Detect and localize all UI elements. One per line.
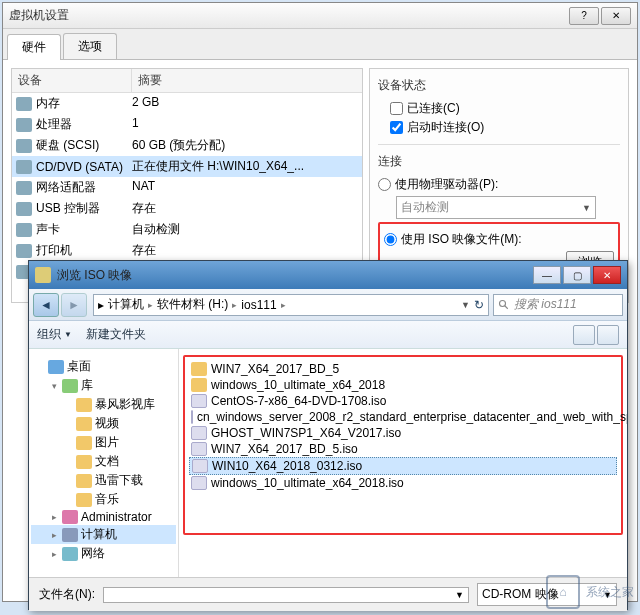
search-input[interactable]: 搜索 ios111: [493, 294, 623, 316]
organize-menu[interactable]: 组织▼: [37, 326, 72, 343]
device-icon: [16, 97, 32, 111]
folder-icon: [62, 379, 78, 393]
filename-label: 文件名(N):: [39, 586, 95, 603]
folder-tree: 桌面▾库暴风影视库视频图片文档迅雷下载音乐▸Administrator▸计算机▸…: [29, 349, 179, 577]
folder-icon: [191, 362, 207, 376]
help-button[interactable]: [597, 325, 619, 345]
file-row[interactable]: GHOST_WIN7SP1_X64_V2017.iso: [189, 425, 617, 441]
help-button[interactable]: ?: [569, 7, 599, 25]
device-icon: [16, 118, 32, 132]
folder-icon: [76, 474, 92, 488]
file-row[interactable]: cn_windows_server_2008_r2_standard_enter…: [189, 409, 617, 425]
tree-node[interactable]: 文档: [31, 452, 176, 471]
view-mode-button[interactable]: [573, 325, 595, 345]
iso-file-icon: [192, 459, 208, 473]
close-button[interactable]: ✕: [601, 7, 631, 25]
maximize-button[interactable]: ▢: [563, 266, 591, 284]
refresh-icon[interactable]: ↻: [474, 298, 484, 312]
folder-icon: [76, 398, 92, 412]
use-iso-radio[interactable]: 使用 ISO 映像文件(M):: [384, 231, 614, 248]
tabs: 硬件 选项: [3, 29, 637, 60]
device-row[interactable]: USB 控制器存在: [12, 198, 362, 219]
file-row[interactable]: WIN10_X64_2018_0312.iso: [189, 457, 617, 475]
device-icon: [16, 139, 32, 153]
device-row[interactable]: 处理器1: [12, 114, 362, 135]
col-device: 设备: [12, 69, 132, 92]
device-row[interactable]: 声卡自动检测: [12, 219, 362, 240]
file-row[interactable]: windows_10_ultimate_x64_2018: [189, 377, 617, 393]
device-icon: [16, 160, 32, 174]
dialog-title: 浏览 ISO 映像: [57, 267, 132, 284]
tree-node[interactable]: 暴风影视库: [31, 395, 176, 414]
device-icon: [16, 202, 32, 216]
chevron-down-icon: ▼: [455, 590, 464, 600]
folder-icon: [48, 360, 64, 374]
tree-node[interactable]: 音乐: [31, 490, 176, 509]
back-button[interactable]: ◄: [33, 293, 59, 317]
iso-file-icon: [191, 394, 207, 408]
file-row[interactable]: windows_10_ultimate_x64_2018.iso: [189, 475, 617, 491]
iso-file-icon: [191, 426, 207, 440]
tree-node[interactable]: ▾库: [31, 376, 176, 395]
tab-hardware[interactable]: 硬件: [7, 34, 61, 60]
breadcrumb[interactable]: 计算机: [108, 296, 157, 313]
address-bar[interactable]: ▸ 计算机 软件材料 (H:) ios111 ▼ ↻: [93, 294, 489, 316]
chevron-down-icon: ▼: [603, 590, 612, 600]
chevron-down-icon: ▼: [461, 300, 470, 310]
iso-file-icon: [191, 410, 193, 424]
physical-drive-combo[interactable]: 自动检测▼: [396, 196, 596, 219]
tab-options[interactable]: 选项: [63, 33, 117, 59]
folder-icon: [191, 378, 207, 392]
col-summary: 摘要: [132, 69, 168, 92]
status-group-title: 设备状态: [378, 77, 620, 94]
tree-node[interactable]: 图片: [31, 433, 176, 452]
minimize-button[interactable]: —: [533, 266, 561, 284]
connected-checkbox[interactable]: 已连接(C): [390, 100, 620, 117]
folder-icon: [76, 493, 92, 507]
device-row[interactable]: 内存2 GB: [12, 93, 362, 114]
tree-node[interactable]: ▸网络: [31, 544, 176, 563]
forward-button[interactable]: ►: [61, 293, 87, 317]
new-folder-button[interactable]: 新建文件夹: [86, 326, 146, 343]
folder-icon: [62, 528, 78, 542]
device-row[interactable]: 硬盘 (SCSI)60 GB (预先分配): [12, 135, 362, 156]
dialog-close-button[interactable]: ✕: [593, 266, 621, 284]
connect-on-checkbox[interactable]: 启动时连接(O): [390, 119, 620, 136]
file-list: WIN7_X64_2017_BD_5windows_10_ultimate_x6…: [179, 349, 627, 577]
tree-node[interactable]: 迅雷下载: [31, 471, 176, 490]
chevron-down-icon: ▼: [582, 203, 591, 213]
iso-file-icon: [191, 442, 207, 456]
tree-node[interactable]: ▸Administrator: [31, 509, 176, 525]
device-row[interactable]: 网络适配器NAT: [12, 177, 362, 198]
settings-title: 虚拟机设置: [9, 7, 567, 24]
folder-icon: [62, 547, 78, 561]
tree-node[interactable]: 视频: [31, 414, 176, 433]
filetype-combo[interactable]: CD-ROM 映像▼: [477, 583, 617, 606]
device-row[interactable]: CD/DVD (SATA)正在使用文件 H:\WIN10_X64_...: [12, 156, 362, 177]
tree-node[interactable]: 桌面: [31, 357, 176, 376]
dialog-icon: [35, 267, 51, 283]
svg-line-1: [505, 305, 508, 308]
breadcrumb[interactable]: 软件材料 (H:): [157, 296, 241, 313]
filename-input[interactable]: ▼: [103, 587, 469, 603]
connection-group-title: 连接: [378, 153, 620, 170]
file-row[interactable]: WIN7_X64_2017_BD_5: [189, 361, 617, 377]
breadcrumb[interactable]: ios111: [241, 298, 289, 312]
folder-icon: [76, 436, 92, 450]
device-row[interactable]: 打印机存在: [12, 240, 362, 261]
file-row[interactable]: CentOS-7-x86_64-DVD-1708.iso: [189, 393, 617, 409]
device-icon: [16, 223, 32, 237]
folder-icon: [62, 510, 78, 524]
file-row[interactable]: WIN7_X64_2017_BD_5.iso: [189, 441, 617, 457]
device-icon: [16, 244, 32, 258]
folder-icon: [76, 455, 92, 469]
tree-node[interactable]: ▸计算机: [31, 525, 176, 544]
svg-point-0: [500, 300, 506, 306]
iso-file-icon: [191, 476, 207, 490]
file-dialog: 浏览 ISO 映像 — ▢ ✕ ◄ ► ▸ 计算机 软件材料 (H:) ios1…: [28, 260, 628, 610]
use-physical-radio[interactable]: 使用物理驱动器(P):: [378, 176, 620, 193]
search-icon: [498, 299, 510, 311]
folder-icon: [76, 417, 92, 431]
device-icon: [16, 181, 32, 195]
